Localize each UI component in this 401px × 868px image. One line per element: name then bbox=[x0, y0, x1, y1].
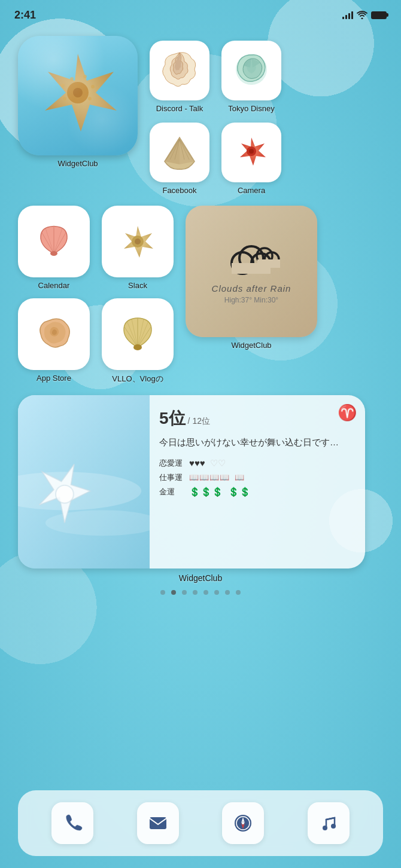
app-widgetclub-large[interactable]: WidgetClub bbox=[18, 36, 138, 168]
signal-icon bbox=[342, 11, 353, 19]
app-store-label: App Store bbox=[37, 374, 71, 383]
vllo-icon bbox=[102, 298, 174, 370]
horoscope-rank-row: 5位 / 12位 bbox=[159, 407, 356, 430]
apps-row-bottom: Facebook bbox=[150, 123, 281, 195]
horoscope-widget[interactable]: ♈ 5位 / 12位 今日は思いがけない幸せが舞い込む日です… 恋愛運 ♥♥♥ … bbox=[18, 395, 365, 569]
page-dot-6[interactable] bbox=[225, 590, 230, 595]
mail-icon bbox=[147, 812, 169, 834]
compass-icon bbox=[232, 812, 254, 834]
shell-spiral-icon bbox=[156, 47, 203, 94]
page-dot-3[interactable] bbox=[193, 590, 198, 595]
weather-title: Clouds after Rain bbox=[212, 283, 291, 294]
app-slack[interactable]: Slack bbox=[102, 206, 174, 290]
page-dot-4[interactable] bbox=[203, 590, 208, 595]
clouds-icon bbox=[221, 239, 281, 281]
shell-cone-icon bbox=[156, 129, 203, 176]
apps-row-top: Discord - Talk bbox=[150, 41, 281, 113]
love-label: 恋愛運 bbox=[159, 458, 184, 469]
left-apps-grid: Calendar bbox=[18, 206, 174, 384]
weather-subtitle: High:37° Min:30° bbox=[224, 296, 278, 304]
horoscope-section: ♈ 5位 / 12位 今日は思いがけない幸せが舞い込む日です… 恋愛運 ♥♥♥ … bbox=[18, 395, 383, 583]
tokyo-disney-icon bbox=[221, 41, 281, 100]
app-store-icon bbox=[18, 298, 90, 370]
dock bbox=[18, 790, 383, 856]
status-bar: 2:41 bbox=[0, 0, 401, 30]
svg-point-31 bbox=[56, 485, 74, 503]
horoscope-info: ♈ 5位 / 12位 今日は思いがけない幸せが舞い込む日です… 恋愛運 ♥♥♥ … bbox=[150, 395, 365, 569]
app-app-store[interactable]: App Store bbox=[18, 298, 90, 384]
dock-compass[interactable] bbox=[222, 802, 264, 844]
wifi-icon bbox=[357, 11, 367, 19]
page-dot-5[interactable] bbox=[214, 590, 219, 595]
weather-widget-container: Clouds after Rain High:37° Min:30° Widge… bbox=[186, 206, 317, 350]
svg-rect-27 bbox=[257, 259, 280, 268]
camera-icon bbox=[221, 123, 281, 182]
apps-pair-bottom: App Store bbox=[18, 298, 174, 384]
facebook-icon bbox=[150, 123, 209, 182]
battery-icon bbox=[371, 11, 387, 19]
horoscope-rank: 5位 bbox=[159, 407, 186, 430]
app-facebook[interactable]: Facebook bbox=[150, 123, 209, 195]
widgetclub-large-label: WidgetClub bbox=[57, 159, 98, 168]
slack-label: Slack bbox=[128, 281, 147, 290]
money-empty: 💲💲 bbox=[228, 487, 251, 497]
svg-point-16 bbox=[249, 149, 254, 154]
calendar-icon bbox=[18, 206, 90, 277]
app-discord[interactable]: Discord - Talk bbox=[150, 41, 209, 113]
calendar-label: Calendar bbox=[38, 281, 70, 290]
apps-pair-top: Calendar bbox=[18, 206, 174, 290]
work-empty: 📖 bbox=[235, 473, 244, 482]
horoscope-work-row: 仕事運 📖📖📖📖 📖 bbox=[159, 472, 356, 483]
svg-rect-32 bbox=[150, 817, 166, 829]
status-icons bbox=[342, 11, 387, 19]
work-filled: 📖📖📖📖 bbox=[189, 473, 230, 482]
horoscope-money-row: 金運 💲💲💲 💲💲 bbox=[159, 487, 356, 497]
horoscope-sign: ♈ bbox=[338, 404, 357, 422]
horoscope-text: 今日は思いがけない幸せが舞い込む日です… bbox=[159, 436, 356, 450]
starfish-red-icon bbox=[227, 129, 275, 176]
svg-point-35 bbox=[242, 822, 244, 824]
page-dot-7[interactable] bbox=[236, 590, 241, 595]
svg-point-36 bbox=[323, 826, 327, 830]
svg-point-17 bbox=[50, 251, 57, 256]
page-dots bbox=[18, 590, 383, 595]
home-screen: WidgetClub Discord - Talk bbox=[0, 30, 401, 790]
shell-green-icon bbox=[227, 47, 275, 94]
app-tokyo-disney[interactable]: Tokyo Disney bbox=[221, 41, 281, 113]
app-row-1: WidgetClub Discord - Talk bbox=[18, 36, 383, 195]
weather-widget[interactable]: Clouds after Rain High:37° Min:30° bbox=[186, 206, 317, 337]
svg-point-37 bbox=[331, 824, 336, 829]
app-vllo[interactable]: VLLO、Vlogの bbox=[102, 298, 174, 384]
shell-scallop-red-icon bbox=[30, 218, 78, 265]
page-dot-1[interactable] bbox=[171, 590, 176, 595]
app-camera[interactable]: Camera bbox=[221, 123, 281, 195]
shell-gold-icon bbox=[114, 310, 162, 358]
horoscope-total: 12位 bbox=[192, 416, 210, 427]
horoscope-love-row: 恋愛運 ♥♥♥ ♡♡ bbox=[159, 458, 356, 469]
starfish-tan-icon bbox=[114, 218, 162, 265]
starfish-white-illustration bbox=[18, 395, 150, 569]
dock-phone[interactable] bbox=[51, 802, 93, 844]
money-label: 金運 bbox=[159, 487, 184, 497]
page-dot-0[interactable] bbox=[160, 590, 165, 595]
music-icon bbox=[318, 812, 339, 834]
discord-label: Discord - Talk bbox=[156, 104, 203, 113]
discord-icon bbox=[150, 41, 209, 100]
tokyo-disney-label: Tokyo Disney bbox=[228, 104, 274, 113]
horoscope-label: WidgetClub bbox=[18, 573, 383, 583]
svg-point-19 bbox=[135, 239, 141, 244]
camera-label: Camera bbox=[238, 186, 265, 195]
love-filled: ♥♥♥ bbox=[189, 458, 205, 468]
dock-mail[interactable] bbox=[137, 802, 179, 844]
app-calendar[interactable]: Calendar bbox=[18, 206, 90, 290]
page-dot-2[interactable] bbox=[182, 590, 187, 595]
work-label: 仕事運 bbox=[159, 472, 184, 483]
dock-music[interactable] bbox=[308, 802, 350, 844]
weather-widget-label: WidgetClub bbox=[231, 341, 271, 350]
horoscope-image bbox=[18, 395, 150, 569]
money-filled: 💲💲💲 bbox=[189, 487, 223, 497]
slack-icon bbox=[102, 206, 174, 277]
facebook-label: Facebook bbox=[162, 186, 196, 195]
phone-icon bbox=[62, 812, 83, 834]
love-empty: ♡♡ bbox=[210, 458, 226, 469]
